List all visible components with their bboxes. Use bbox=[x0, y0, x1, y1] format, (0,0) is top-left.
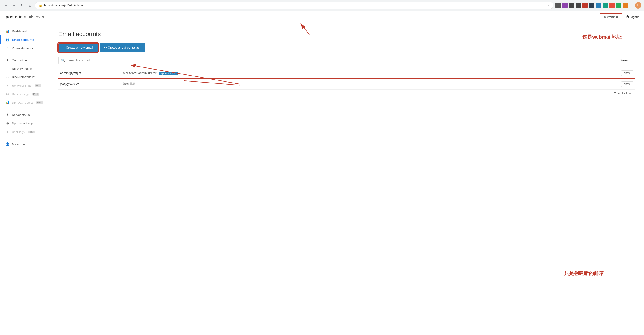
ext-icon-7 bbox=[596, 3, 601, 8]
sidebar-item-label: Delivery logs bbox=[12, 92, 29, 96]
dashboard-icon: 📊 bbox=[5, 29, 10, 33]
sidebar-divider-1 bbox=[0, 54, 49, 54]
search-bar: 🔍 Search bbox=[58, 56, 635, 64]
ext-icon-3 bbox=[569, 3, 574, 8]
quarantine-icon: ✦ bbox=[5, 58, 10, 62]
email-accounts-icon: 👥 bbox=[5, 38, 10, 42]
ext-icon-4 bbox=[576, 3, 581, 8]
webmail-button[interactable]: ✉ Webmail bbox=[600, 14, 622, 20]
home-button[interactable]: ⌂ bbox=[27, 2, 33, 8]
pro-badge-user-logs: PRO bbox=[28, 130, 34, 134]
sidebar: 📊 Dashboard 👥 Email accounts ≡ Virtual d… bbox=[0, 23, 49, 335]
sidebar-item-label: Server status bbox=[12, 113, 30, 116]
sidebar-item-label: My account bbox=[12, 142, 27, 146]
create-new-email-button[interactable]: + Create a new email bbox=[58, 43, 98, 52]
sidebar-item-user-logs[interactable]: ⬇ User logs PRO bbox=[0, 128, 49, 136]
ext-icon-11 bbox=[623, 3, 628, 8]
ext-icon-2 bbox=[562, 3, 568, 8]
relaying-limits-icon: ▾ bbox=[5, 84, 10, 88]
sidebar-item-label: Delivery queue bbox=[12, 67, 32, 70]
sidebar-item-dashboard[interactable]: 📊 Dashboard bbox=[0, 27, 49, 36]
search-button[interactable]: Search bbox=[616, 57, 635, 64]
url-text: https://mail.ywsj.cf/admin/box/ bbox=[44, 4, 545, 7]
sidebar-item-label: Relaying limits bbox=[12, 84, 32, 87]
table-row: ywsj@ywsj.cf 运维世界 show bbox=[58, 79, 635, 90]
ext-icon-6 bbox=[589, 3, 594, 8]
action-buttons: + Create a new email ↪ Create a redirect… bbox=[58, 43, 635, 52]
show-button-2[interactable]: show bbox=[621, 82, 633, 87]
search-icon: 🔍 bbox=[58, 57, 68, 64]
account-email-2: ywsj@ywsj.cf bbox=[58, 79, 121, 90]
browser-chrome: ← → ↻ ⌂ 🔒 https://mail.ywsj.cf/admin/box… bbox=[0, 0, 644, 11]
logo-bold: poste.io bbox=[6, 14, 23, 19]
header-actions: ✉ Webmail ⏻ Logout bbox=[600, 14, 638, 20]
accounts-table: admin@ywsj.cf Mailserver administrator s… bbox=[58, 68, 635, 90]
sidebar-divider-2 bbox=[0, 108, 49, 109]
server-status-icon: ✦ bbox=[5, 113, 10, 117]
sidebar-item-label: Quarantine bbox=[12, 59, 27, 62]
sidebar-item-label: Dashboard bbox=[12, 30, 27, 33]
sidebar-item-label: Blacklist/Whitelist bbox=[12, 75, 35, 79]
search-input[interactable] bbox=[68, 57, 616, 64]
sidebar-item-email-accounts[interactable]: 👥 Email accounts bbox=[0, 36, 49, 44]
pro-badge-dmarc: PRO bbox=[36, 101, 43, 104]
system-settings-icon: ⚙ bbox=[5, 121, 10, 125]
pro-badge-relaying: PRO bbox=[34, 84, 41, 87]
dmarc-icon: 📊 bbox=[5, 100, 10, 104]
delivery-queue-icon: ○ bbox=[5, 67, 10, 71]
app-header: poste.io mailserver ✉ Webmail ⏻ Logout bbox=[0, 11, 644, 23]
ext-icon-8 bbox=[602, 3, 608, 8]
virtual-domains-icon: ≡ bbox=[5, 46, 10, 50]
sidebar-item-label: Email accounts bbox=[12, 38, 34, 42]
sidebar-item-label: DMARC reports bbox=[12, 101, 33, 104]
sidebar-item-label: User logs bbox=[12, 130, 25, 134]
sidebar-item-quarantine[interactable]: ✦ Quarantine bbox=[0, 56, 49, 64]
more-icon[interactable]: ⋮ bbox=[629, 3, 633, 8]
app-logo: poste.io mailserver bbox=[6, 14, 44, 20]
ext-icon-1 bbox=[556, 3, 561, 8]
delivery-logs-icon: ✉ bbox=[5, 92, 10, 96]
forward-button[interactable]: → bbox=[11, 2, 17, 8]
sidebar-item-label: System settings bbox=[12, 122, 33, 125]
results-count: 2 results found bbox=[58, 92, 635, 95]
sidebar-item-relaying-limits[interactable]: ▾ Relaying limits PRO bbox=[0, 81, 49, 90]
sidebar-item-label: Virtual domains bbox=[12, 46, 33, 50]
sidebar-item-virtual-domains[interactable]: ≡ Virtual domains bbox=[0, 44, 49, 52]
pro-badge-delivery-logs: PRO bbox=[32, 92, 39, 96]
logout-button[interactable]: ⏻ Logout bbox=[626, 15, 638, 18]
sidebar-item-dmarc-reports[interactable]: 📊 DMARC reports PRO bbox=[0, 98, 49, 107]
user-avatar[interactable]: U bbox=[635, 2, 641, 8]
app-layout: 📊 Dashboard 👥 Email accounts ≡ Virtual d… bbox=[0, 23, 644, 335]
sidebar-item-my-account[interactable]: 👤 My account bbox=[0, 140, 49, 148]
sidebar-item-system-settings[interactable]: ⚙ System settings bbox=[0, 119, 49, 128]
create-redirect-button[interactable]: ↪ Create a redirect (alias) bbox=[100, 43, 145, 52]
show-button-1[interactable]: show bbox=[621, 70, 633, 76]
sidebar-item-delivery-logs[interactable]: ✉ Delivery logs PRO bbox=[0, 90, 49, 98]
sidebar-item-server-status[interactable]: ✦ Server status bbox=[0, 110, 49, 119]
account-email-1: admin@ywsj.cf bbox=[58, 68, 121, 79]
refresh-button[interactable]: ↻ bbox=[19, 2, 25, 8]
address-bar[interactable]: 🔒 https://mail.ywsj.cf/admin/box/ ☆ bbox=[35, 2, 554, 9]
my-account-icon: 👤 bbox=[5, 142, 10, 146]
system-admin-badge: system admin bbox=[159, 72, 178, 75]
table-row: admin@ywsj.cf Mailserver administrator s… bbox=[58, 68, 635, 79]
main-content: Email accounts + Create a new email ↪ Cr… bbox=[49, 23, 644, 335]
sidebar-item-blacklist[interactable]: 🛡 Blacklist/Whitelist bbox=[0, 73, 49, 81]
ext-icon-9 bbox=[609, 3, 615, 8]
page-title: Email accounts bbox=[58, 30, 635, 38]
sidebar-item-delivery-queue[interactable]: ○ Delivery queue bbox=[0, 64, 49, 73]
blacklist-icon: 🛡 bbox=[5, 75, 10, 79]
ext-icon-5 bbox=[582, 3, 588, 8]
account-desc-2: 运维世界 bbox=[121, 79, 526, 90]
logo-light: mailserver bbox=[23, 14, 44, 19]
account-desc-1: Mailserver administrator system admin bbox=[121, 68, 526, 79]
ext-icon-10 bbox=[616, 3, 621, 8]
browser-extension-icons: ⋮ bbox=[555, 3, 633, 8]
user-logs-icon: ⬇ bbox=[5, 130, 10, 134]
sidebar-divider-3 bbox=[0, 138, 49, 138]
back-button[interactable]: ← bbox=[3, 2, 9, 8]
